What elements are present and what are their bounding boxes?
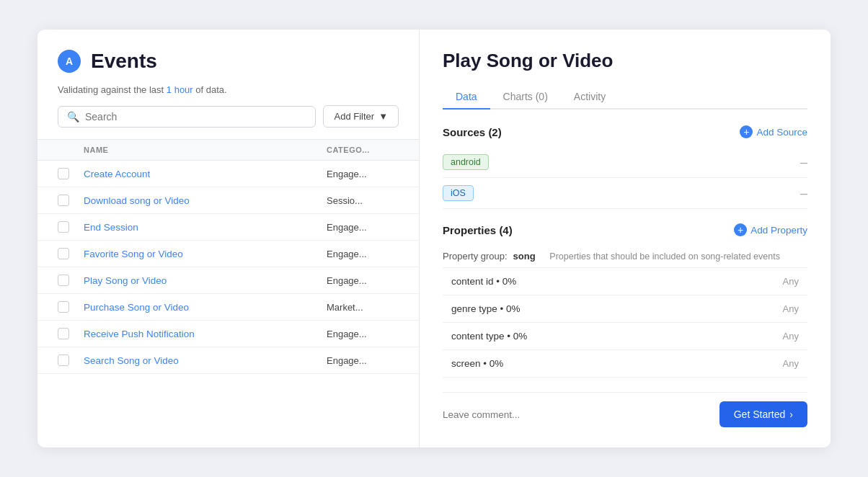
chevron-right-icon: › xyxy=(789,409,793,420)
row-category: Engage... xyxy=(327,222,399,233)
search-input[interactable] xyxy=(85,111,306,122)
property-name: screen • 0% xyxy=(451,358,503,369)
table-header: NAME CATEGO... xyxy=(37,139,419,161)
source-tag: iOS xyxy=(443,185,474,201)
row-category: Sessio... xyxy=(327,195,399,206)
row-checkbox[interactable] xyxy=(58,328,69,339)
row-name[interactable]: Purchase Song or Video xyxy=(84,302,327,313)
validation-link[interactable]: 1 hour xyxy=(167,84,193,95)
sources-count: (2) xyxy=(488,126,501,138)
validation-prefix: Validating against the last xyxy=(58,84,167,95)
tab-data[interactable]: Data xyxy=(443,85,490,110)
row-name[interactable]: Play Song or Video xyxy=(84,275,327,286)
property-group-prefix: Property group: xyxy=(443,251,508,262)
sources-title: Sources (2) xyxy=(443,126,502,138)
table-row: Receive Push Notification Engage... xyxy=(37,321,419,347)
source-tag: android xyxy=(443,154,489,170)
property-group-desc: Properties that should be included on so… xyxy=(549,251,780,262)
category-col-header: CATEGO... xyxy=(327,146,399,154)
row-category: Engage... xyxy=(327,249,399,259)
table-row: End Session Engage... xyxy=(37,214,419,241)
table-row: Download song or Video Sessio... xyxy=(37,187,419,214)
add-property-button[interactable]: + Add Property xyxy=(734,223,807,236)
name-col-header: NAME xyxy=(84,146,327,154)
row-category: Engage... xyxy=(327,329,399,339)
tab-activity[interactable]: Activity xyxy=(561,85,619,110)
checkbox-col-header xyxy=(58,146,84,154)
add-source-icon: + xyxy=(740,125,753,138)
row-checkbox[interactable] xyxy=(58,355,69,366)
comment-input[interactable] xyxy=(443,409,711,420)
table-row: Play Song or Video Engage... xyxy=(37,267,419,294)
property-row: content id • 0% Any xyxy=(443,267,807,295)
search-box: 🔍 xyxy=(58,106,316,128)
left-header: A Events xyxy=(37,30,419,84)
properties-title: Properties (4) xyxy=(443,224,513,236)
properties-list: content id • 0% Any genre type • 0% Any … xyxy=(443,267,807,378)
property-value: Any xyxy=(783,303,799,314)
row-name[interactable]: Favorite Song or Video xyxy=(84,249,327,259)
validation-suffix: of data. xyxy=(193,84,227,95)
row-checkbox[interactable] xyxy=(58,195,69,206)
events-title: Events xyxy=(91,50,157,73)
row-name[interactable]: Download song or Video xyxy=(84,195,327,206)
row-name[interactable]: Create Account xyxy=(84,169,327,179)
get-started-button[interactable]: Get Started › xyxy=(719,401,807,427)
search-filter-row: 🔍 Add Filter ▼ xyxy=(37,105,419,139)
chevron-down-icon: ▼ xyxy=(378,111,388,122)
row-category: Engage... xyxy=(327,355,399,366)
events-table: Create Account Engage... Download song o… xyxy=(37,161,419,447)
property-value: Any xyxy=(783,358,799,369)
properties-label: Properties xyxy=(443,224,496,236)
property-name: content type • 0% xyxy=(451,331,527,342)
app-container: A Events Validating against the last 1 h… xyxy=(37,30,831,447)
property-group-name: song xyxy=(513,251,536,262)
table-row: Favorite Song or Video Engage... xyxy=(37,241,419,267)
property-group-label: Property group: song Properties that sho… xyxy=(443,245,807,267)
get-started-label: Get Started xyxy=(734,409,786,420)
add-source-label: Add Source xyxy=(756,127,807,138)
row-name[interactable]: Receive Push Notification xyxy=(84,329,327,339)
table-row: Search Song or Video Engage... xyxy=(37,347,419,374)
properties-section-header: Properties (4) + Add Property xyxy=(443,223,807,236)
property-value: Any xyxy=(783,331,799,342)
row-category: Market... xyxy=(327,302,399,313)
row-checkbox[interactable] xyxy=(58,275,69,286)
property-row: screen • 0% Any xyxy=(443,350,807,378)
row-checkbox[interactable] xyxy=(58,168,69,179)
add-property-icon: + xyxy=(734,223,747,236)
tabs-row: DataCharts (0)Activity xyxy=(443,85,807,110)
row-category: Engage... xyxy=(327,169,399,179)
remove-source-button[interactable]: – xyxy=(800,155,807,170)
row-checkbox[interactable] xyxy=(58,248,69,259)
property-value: Any xyxy=(783,276,799,287)
remove-source-button[interactable]: – xyxy=(800,186,807,201)
row-checkbox[interactable] xyxy=(58,221,69,233)
sources-section-header: Sources (2) + Add Source xyxy=(443,125,807,138)
properties-section: Properties (4) + Add Property Property g… xyxy=(443,223,807,378)
property-name: content id • 0% xyxy=(451,276,516,287)
source-item: android – xyxy=(443,147,807,178)
add-source-button[interactable]: + Add Source xyxy=(740,125,807,138)
row-name[interactable]: Search Song or Video xyxy=(84,355,327,366)
sources-list: android – iOS – xyxy=(443,147,807,209)
detail-panel: Play Song or Video DataCharts (0)Activit… xyxy=(420,30,831,447)
sources-label: Sources xyxy=(443,126,485,138)
comment-footer: Get Started › xyxy=(443,392,807,427)
add-filter-label: Add Filter xyxy=(334,111,374,122)
add-property-label: Add Property xyxy=(750,225,807,236)
row-category: Engage... xyxy=(327,275,399,286)
logo-icon: A xyxy=(58,50,81,73)
table-row: Create Account Engage... xyxy=(37,161,419,187)
row-name[interactable]: End Session xyxy=(84,222,327,233)
tab-charts0[interactable]: Charts (0) xyxy=(490,85,561,110)
row-checkbox[interactable] xyxy=(58,301,69,313)
property-name: genre type • 0% xyxy=(451,303,521,314)
source-item: iOS – xyxy=(443,178,807,209)
properties-count: (4) xyxy=(499,224,512,236)
property-row: content type • 0% Any xyxy=(443,323,807,350)
validation-bar: Validating against the last 1 hour of da… xyxy=(37,84,419,105)
property-row: genre type • 0% Any xyxy=(443,295,807,323)
events-panel: A Events Validating against the last 1 h… xyxy=(37,30,420,447)
add-filter-button[interactable]: Add Filter ▼ xyxy=(323,105,399,128)
